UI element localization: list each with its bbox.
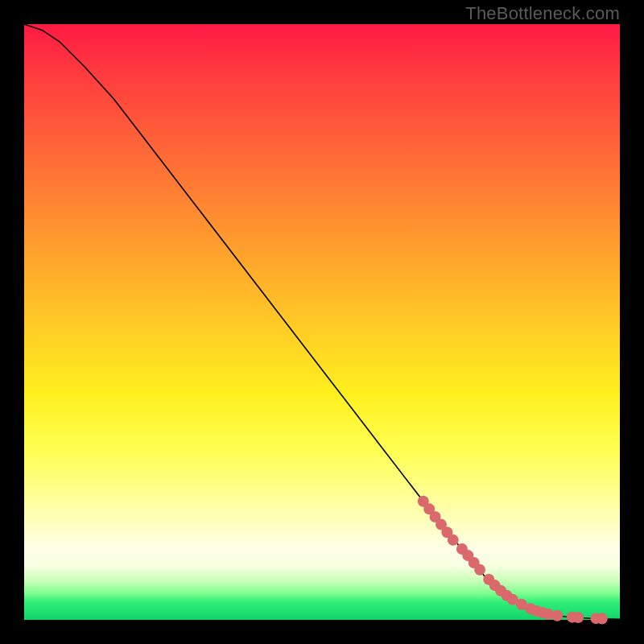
marker-group — [418, 496, 608, 625]
chart-frame: TheBottleneck.com — [0, 0, 644, 644]
watermark-text: TheBottleneck.com — [465, 3, 620, 24]
plot-area — [24, 24, 620, 620]
marker-dot — [474, 564, 485, 576]
marker-dot — [597, 613, 608, 625]
chart-svg — [24, 24, 620, 620]
curve-line — [24, 24, 620, 619]
marker-dot — [448, 535, 459, 546]
marker-dot — [551, 610, 563, 621]
marker-dot — [572, 612, 584, 623]
